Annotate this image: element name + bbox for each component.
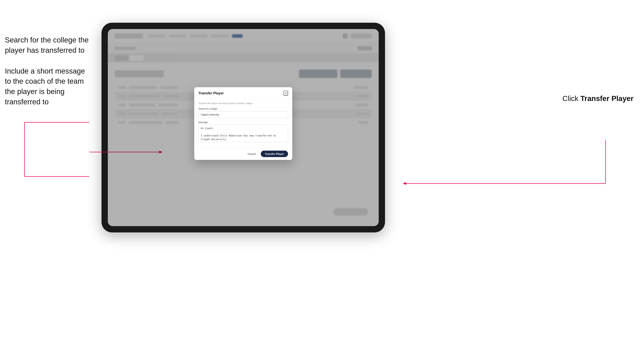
modal-close-button[interactable]: × — [283, 91, 288, 96]
annotation-click-label: Click — [562, 94, 580, 103]
modal-overlay: Transfer Player × Transfer the player an… — [108, 29, 379, 226]
search-college-label: Search for College — [198, 107, 288, 110]
modal-subtitle: Transfer the player and their profile to… — [198, 102, 288, 105]
modal-header: Transfer Player × — [194, 87, 292, 99]
transfer-player-button[interactable]: Transfer Player — [261, 151, 288, 157]
modal-body: Transfer the player and their profile to… — [194, 99, 292, 148]
message-textarea[interactable]: Hi Coach, I understand Chris Robertson h… — [198, 125, 288, 142]
message-label: Message — [198, 121, 288, 124]
annotation-left-area: Search for the college the player has tr… — [5, 35, 89, 118]
modal-footer: Cancel Transfer Player — [194, 148, 292, 160]
cancel-button[interactable]: Cancel — [245, 151, 259, 157]
search-college-input[interactable] — [198, 111, 288, 118]
annotation-transfer-player-label: Transfer Player — [580, 94, 634, 103]
svg-marker-7 — [403, 182, 406, 185]
annotation-right-area: Click Transfer Player — [562, 94, 634, 103]
tablet-screen: Transfer Player × Transfer the player an… — [108, 29, 379, 226]
modal-title: Transfer Player — [198, 91, 224, 95]
annotation-message-text: Include a short message to the coach of … — [5, 66, 89, 107]
tablet-device: Transfer Player × Transfer the player an… — [102, 23, 385, 232]
transfer-player-modal: Transfer Player × Transfer the player an… — [194, 87, 292, 160]
annotation-search-text: Search for the college the player has tr… — [5, 35, 89, 56]
